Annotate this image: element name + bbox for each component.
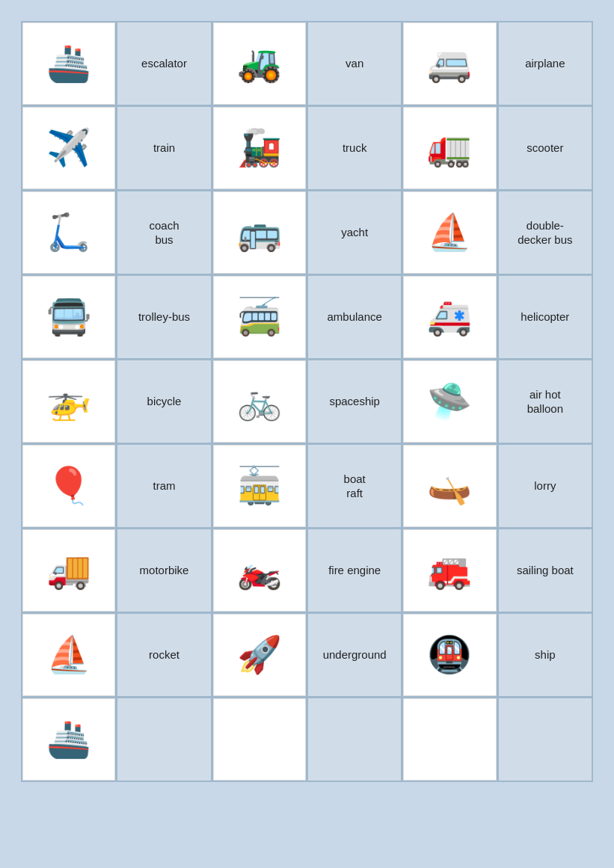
- transport-label: double-decker bus: [518, 218, 572, 247]
- transport-label: truck: [343, 141, 367, 156]
- trolley-bus-image: 🚎: [213, 276, 306, 358]
- label-ambulance: ambulance: [308, 276, 401, 358]
- yacht-image-emoji: ⛵: [408, 197, 491, 268]
- boat-raft-image-emoji: 🛶: [408, 450, 491, 522]
- sailing-boat-image-emoji: ⛵: [28, 619, 110, 691]
- cruise-ship: 🚢: [22, 22, 115, 105]
- van-image: 🚐: [403, 22, 496, 105]
- label-yacht: yacht: [308, 191, 401, 274]
- lorry-image: 🚚: [22, 529, 115, 612]
- label-: [308, 698, 401, 781]
- transport-label: ambulance: [327, 310, 381, 324]
- tram-image: 🚋: [213, 445, 306, 527]
- transport-label: rocket: [149, 647, 179, 662]
- bicycle-image-emoji: 🚲: [218, 366, 301, 437]
- label-underground: underground: [308, 614, 401, 696]
- lorry-image-emoji: 🚚: [28, 535, 110, 606]
- hot-air-balloon-image: 🎈: [22, 445, 115, 527]
- transport-label: escalator: [141, 56, 187, 71]
- label-motorbike: motorbike: [117, 529, 210, 612]
- excavator: 🚜: [213, 22, 306, 105]
- empty1-emoji: [218, 704, 301, 775]
- van-image-emoji: 🚐: [408, 28, 491, 99]
- label-rocket: rocket: [117, 614, 210, 696]
- transport-label: boatraft: [344, 472, 366, 501]
- spaceship-image-emoji: 🛸: [408, 366, 491, 437]
- rocket-image: 🚀: [213, 614, 306, 696]
- transport-label: van: [346, 56, 363, 71]
- label-sailing-boat: sailing boat: [499, 529, 592, 612]
- scooter-image: 🛴: [22, 191, 115, 274]
- empty1: [213, 698, 306, 781]
- tram-image-emoji: 🚋: [218, 450, 301, 522]
- helicopter-image: 🚁: [22, 360, 115, 443]
- coach-bus-image-emoji: 🚌: [218, 197, 301, 268]
- double-decker-image-emoji: 🚍: [28, 281, 110, 353]
- label-tram: tram: [117, 445, 210, 527]
- transport-label: tram: [153, 478, 175, 493]
- label-airplane: airplane: [499, 22, 592, 105]
- sailing-boat-image: ⛵: [22, 614, 115, 696]
- motorbike-image: 🏍️: [213, 529, 306, 612]
- transport-label: ship: [535, 647, 556, 662]
- transport-label: underground: [323, 647, 387, 662]
- transport-label: train: [153, 141, 175, 156]
- label-helicopter: helicopter: [499, 276, 592, 358]
- label-escalator: escalator: [117, 22, 210, 105]
- ambulance-image: 🚑: [403, 276, 496, 358]
- transport-label: spaceship: [329, 394, 380, 409]
- motorbike-image-emoji: 🏍️: [218, 535, 301, 606]
- empty2: [403, 698, 496, 781]
- scooter-image-emoji: 🛴: [28, 197, 110, 268]
- hot-air-balloon-image-emoji: 🎈: [28, 450, 110, 522]
- transport-label: helicopter: [521, 310, 569, 324]
- transport-label: sailing boat: [517, 563, 574, 578]
- transport-label: trolley-bus: [138, 310, 190, 324]
- label-air-hot-balloon: air hotballoon: [499, 360, 592, 443]
- transport-label: bicycle: [147, 394, 182, 409]
- yacht-image: ⛵: [403, 191, 496, 274]
- label-trolley-bus: trolley-bus: [117, 276, 210, 358]
- label-bicycle: bicycle: [117, 360, 210, 443]
- label-: [499, 698, 592, 781]
- truck-image-emoji: 🚛: [408, 112, 491, 184]
- spaceship-image: 🛸: [403, 360, 496, 443]
- train-image-emoji: 🚂: [218, 112, 301, 184]
- double-decker-image: 🚍: [22, 276, 115, 358]
- transport-label: airplane: [525, 56, 565, 71]
- label-van: van: [308, 22, 401, 105]
- fire-engine-image: 🚒: [403, 529, 496, 612]
- transport-label: fire engine: [328, 563, 381, 578]
- label-truck: truck: [308, 107, 401, 189]
- fire-engine-image-emoji: 🚒: [408, 535, 491, 606]
- transport-label: scooter: [526, 141, 563, 156]
- empty2-emoji: [408, 704, 491, 775]
- truck-image: 🚛: [403, 107, 496, 189]
- ship-image: 🚢: [22, 698, 115, 781]
- label-boat-raft: boatraft: [308, 445, 401, 527]
- label-: [117, 698, 210, 781]
- airplane-image-emoji: ✈️: [28, 112, 110, 184]
- helicopter-image-emoji: 🚁: [28, 366, 110, 437]
- label-coach-bus: coachbus: [117, 191, 210, 274]
- ship-image-emoji: 🚢: [28, 704, 110, 775]
- transport-label: coachbus: [149, 218, 179, 247]
- label-spaceship: spaceship: [308, 360, 401, 443]
- boat-raft-image: 🛶: [403, 445, 496, 527]
- transport-label: yacht: [341, 225, 368, 240]
- transport-label: motorbike: [140, 563, 189, 578]
- label-ship: ship: [499, 614, 592, 696]
- label-lorry: lorry: [499, 445, 592, 527]
- label-train: train: [117, 107, 210, 189]
- train-image: 🚂: [213, 107, 306, 189]
- transport-label: lorry: [534, 478, 556, 493]
- label-double--decker-bus: double-decker bus: [499, 191, 592, 274]
- coach-bus-image: 🚌: [213, 191, 306, 274]
- trolley-bus-image-emoji: 🚎: [218, 281, 301, 353]
- transport-label: air hotballoon: [527, 387, 563, 416]
- ambulance-image-emoji: 🚑: [408, 281, 491, 353]
- bicycle-image: 🚲: [213, 360, 306, 443]
- label-scooter: scooter: [499, 107, 592, 189]
- excavator-emoji: 🚜: [218, 28, 301, 99]
- underground-image-emoji: 🚇: [408, 619, 491, 691]
